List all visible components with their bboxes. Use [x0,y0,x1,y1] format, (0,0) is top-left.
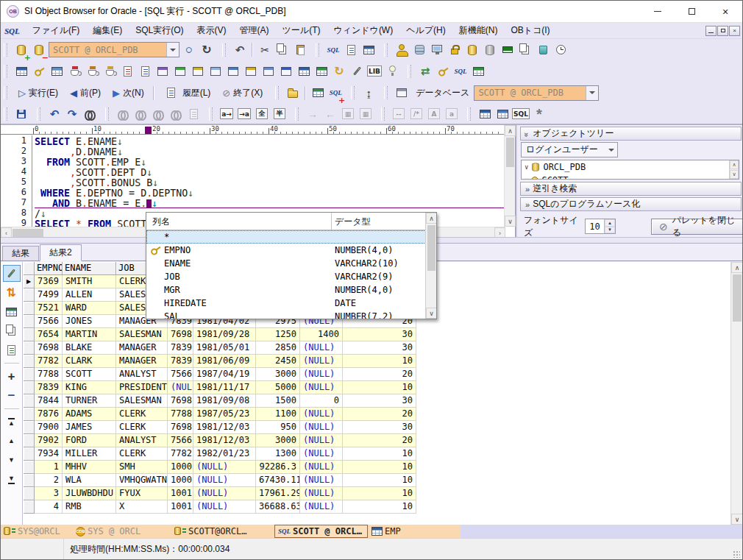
table-row[interactable]: 7876ADAMSCLERK77881987/05/231100(NULL)20 [24,408,730,421]
grid-cell[interactable]: MARTIN [63,328,116,341]
grid-cell[interactable]: SMH [116,461,168,474]
create-object-icon[interactable] [190,63,206,79]
db-tree-icon[interactable] [174,525,186,537]
scroll-up-icon[interactable]: ∧ [505,125,516,136]
grid-cell[interactable]: 7782 [35,355,63,368]
grid-cell[interactable]: RMB [63,500,116,514]
library-icon[interactable]: LIB [366,63,383,79]
table-row[interactable]: 7902FORDANALYST75661981/12/033000(NULL)2… [24,434,730,447]
block-select-icon[interactable]: ▦ [340,106,356,122]
grid-cell[interactable]: (NULL) [300,368,343,381]
grid-cell[interactable]: 20 [343,408,416,421]
table-row[interactable]: 3JLUWBDHDUFYUX1001(NULL)17961.29(NULL)10 [24,487,730,500]
tree-scrollbar[interactable]: ∧ ∨ [729,160,739,179]
maximize-button[interactable] [675,1,708,22]
row-selector[interactable] [24,408,35,421]
popup-row-job[interactable]: JOBVARCHAR2(9) [146,270,436,283]
table-row[interactable]: 7839KINGPRESIDENT(NULL)1981/11/175000(NU… [24,381,730,394]
grid-cell[interactable]: 1981/05/01 [193,341,256,355]
grid-cell[interactable]: 7876 [35,408,63,421]
export-icon[interactable] [66,63,82,79]
popup-scrollbar[interactable]: ∧ ∨ [425,213,436,319]
editor-line[interactable]: AND B.ENAME = E.↓ [35,198,504,208]
table-view-icon[interactable] [494,106,511,122]
calc-doc-icon[interactable] [137,63,153,79]
save-icon[interactable] [13,106,29,122]
scroll-down-icon[interactable]: ∨ [731,514,743,525]
row-selector[interactable] [24,500,35,514]
row-selector[interactable] [24,355,35,368]
delete-row-icon-inner[interactable]: − [4,388,20,404]
grid-cell[interactable]: CLERK [116,447,168,461]
grid-cell[interactable]: (NULL) [168,381,193,394]
tab-result-2[interactable]: 結果2 [40,244,82,261]
spin-up-icon[interactable]: ▲ [605,219,615,227]
uncomment-icon[interactable]: /* [408,106,424,122]
connect-icon[interactable]: ○ [181,42,197,58]
table-row[interactable]: 2WLAVMHQGWATN1000(NULL)67430.11(NULL)10 [24,474,730,487]
column-header-empno[interactable]: EMPNO [35,262,63,275]
row-selector[interactable] [24,434,35,447]
switch-session-icon[interactable]: ⇄ [417,63,433,79]
menu-item-4[interactable]: 管理(A) [233,23,276,38]
popup-row-sal[interactable]: SALNUMBER(7,2) [146,310,436,319]
table-row[interactable]: 7934MILLERCLERK77821982/01/231300(NULL)1… [24,447,730,461]
grid-cell[interactable]: (NULL) [300,421,343,434]
grid-cell[interactable]: KING [63,381,116,394]
grid-cell[interactable]: 1981/06/09 [193,355,256,368]
source-window-icon[interactable] [154,63,171,79]
row-selector[interactable] [24,328,35,341]
grid-cell[interactable]: 1300 [256,447,300,461]
copy-rows-icon[interactable] [3,322,21,339]
scroll-thumb[interactable] [427,225,436,271]
grid-cell[interactable]: 30 [343,341,416,355]
table-row[interactable]: 1MHHVSMH1000(NULL)92286.3(NULL)10 [24,461,730,474]
grid-cell[interactable]: 1982/01/23 [193,447,256,461]
grid-cell[interactable]: CLERK [116,408,168,421]
grid-cell[interactable]: 7698 [168,394,193,408]
grid-cell[interactable]: BLAKE [63,341,116,355]
grid-cell[interactable]: ALLEN [63,288,116,302]
import-icon[interactable] [84,63,100,79]
spin-down-icon[interactable]: ▼ [605,227,615,234]
grid-cell[interactable]: 7844 [35,394,63,408]
grid-cell[interactable]: FYUX [116,487,168,500]
grid-cell[interactable]: (NULL) [300,355,343,368]
grid-cell[interactable]: 7839 [35,381,63,394]
table-row[interactable]: 7782CLARKMANAGER78391981/06/092450(NULL)… [24,355,730,368]
grid-cell[interactable]: 1981/12/03 [193,421,256,434]
grid-cell[interactable]: MANAGER [116,341,168,355]
grid-cell[interactable]: 10 [343,381,416,394]
grid-cell[interactable]: 7788 [168,408,193,421]
taskbar-item-4[interactable]: SQLSCOTT @ ORCL… [274,525,368,538]
menu-item-7[interactable]: ヘルプ(H) [399,23,452,38]
object-tree[interactable]: ∨ORCL_PDB∨SCOTT ∧ ∨ [521,160,739,180]
chevron-down-icon[interactable]: ∨ [525,177,528,180]
history-button[interactable]: 履歴(L) [158,83,216,102]
table-define-icon[interactable] [313,63,330,79]
grid-cell[interactable]: JONES [63,315,116,328]
recycle-bin-icon[interactable] [535,42,551,58]
grid-cell[interactable]: 1000 [168,474,193,487]
grid-cell[interactable]: 1400 [300,328,343,341]
refresh-icon[interactable]: ↻ [331,63,347,79]
redo-log-icon[interactable] [517,42,533,58]
grid-cell[interactable]: 2450 [256,355,300,368]
job-queue-icon[interactable] [552,42,569,58]
row-selector[interactable] [24,368,35,381]
row-selector[interactable] [24,421,35,434]
row-selector[interactable] [24,302,35,315]
grid-cell[interactable]: 30 [343,421,416,434]
connect-close-icon[interactable]: − [31,42,47,58]
chevron-down-icon[interactable] [605,143,617,157]
grid-cell[interactable]: MHHV [63,461,116,474]
grid-cell[interactable]: 92286.3 [256,461,300,474]
window-green-icon[interactable] [172,63,188,79]
grid-cell[interactable]: 30 [343,394,416,408]
first-row-icon[interactable]: ▲ [3,414,21,430]
sql-execute-window-icon[interactable]: SQL [325,42,341,58]
grid-cell[interactable]: 20 [343,434,416,447]
next-row-icon[interactable]: ▼ [3,452,21,469]
font-size-stepper[interactable]: 10 ▲ ▼ [585,219,616,234]
prev-row-icon[interactable]: ▲ [3,433,21,450]
